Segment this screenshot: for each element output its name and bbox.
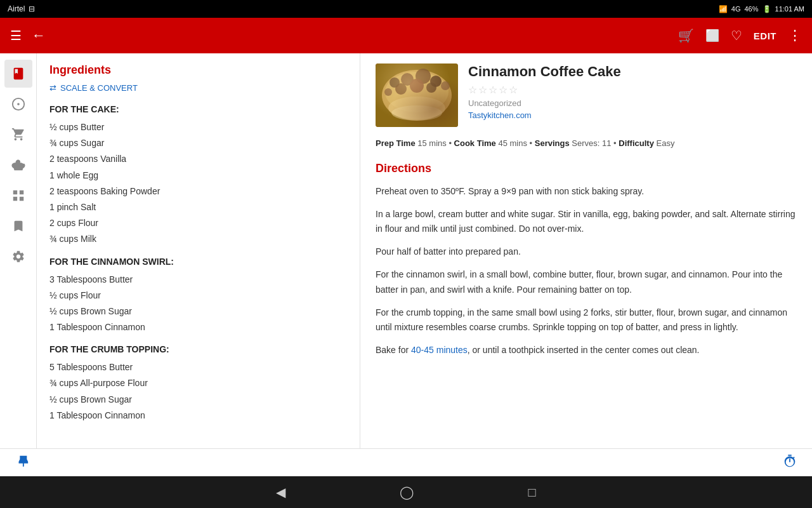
svg-point-15 [410,79,424,93]
basket-icon[interactable]: 🛒 [678,28,694,43]
svg-point-17 [384,88,392,96]
difficulty-label: Difficulty [619,138,654,148]
sidebar-item-grid[interactable] [4,182,32,210]
directions-step-1: Preheat oven to 350ºF. Spray a 9×9 pan w… [376,184,797,199]
directions-title: Directions [376,162,797,175]
cook-time-val: 45 mins [498,138,527,148]
signal-label: 4G [731,5,741,13]
directions-step-5: For the crumb topping, in the same small… [376,305,797,336]
ingredient-item: ¾ cups All-purpose Flour [49,375,347,391]
cook-time-label: Cook Time [454,138,496,148]
svg-point-1 [17,103,20,105]
recipe-header: Cinnamon Coffee Cake ☆☆☆☆☆ Uncategorized… [376,64,797,127]
scale-label: SCALE & CONVERT [60,83,138,93]
difficulty-val: Easy [657,138,675,148]
section-header: FOR THE CINNAMON SWIRL: [49,257,347,267]
servings-label: Servings [535,138,570,148]
svg-point-9 [390,77,400,88]
ingredient-item: 1 Tablespoon Cinnamon [49,319,347,335]
svg-rect-4 [13,197,16,201]
nav-bar: ◀ ◯ □ [0,476,812,508]
ingredient-item: 2 teaspoons Baking Powder [49,184,347,199]
ingredient-item: 3 Tablespoons Butter [49,272,347,288]
ingredient-item: ¾ cups Milk [49,231,347,247]
recipe-category: Uncategorized [468,98,797,108]
ingredient-item: ½ cups Flour [49,288,347,304]
directions-step-3: Pour half of batter into prepared pan. [376,244,797,260]
svg-point-18 [388,97,445,119]
recipe-info: Cinnamon Coffee Cake ☆☆☆☆☆ Uncategorized… [468,64,797,127]
recipe-title: Cinnamon Coffee Cake [468,64,797,80]
recipe-meta: Prep Time 15 mins • Cook Time 45 mins • … [376,137,797,150]
svg-point-10 [401,73,414,86]
more-icon[interactable]: ⋮ [788,27,802,44]
back-icon[interactable]: ← [32,27,46,44]
prep-time-label: Prep Time [376,138,416,148]
heart-icon[interactable]: ♡ [731,28,742,43]
ingredient-item: ½ cups Brown Sugar [49,392,347,408]
directions-step-4: For the cinnamon swirl, in a small bowl,… [376,267,797,298]
directions-step-6: Bake for 40-45 minutes, or until a tooth… [376,343,797,358]
svg-point-13 [441,81,450,90]
sidebar-item-compass[interactable] [4,90,32,118]
ingredient-item: 5 Tablespoons Butter [49,359,347,375]
nav-recent[interactable]: □ [528,485,535,500]
status-bar: Airtel ⊟ 📶 4G 46% 🔋 11:01 AM [0,0,812,18]
ingredient-item: 2 cups Flour [49,215,347,231]
sidebar-item-bookmark[interactable] [4,212,32,240]
svg-rect-3 [19,190,23,194]
directions-step-2: In a large bowl, cream butter and white … [376,207,797,237]
ingredient-item: ½ cups Butter [49,119,347,135]
ingredient-item: 2 teaspoons Vanilla [49,151,347,167]
svg-rect-2 [13,190,16,194]
svg-rect-5 [19,197,23,201]
carrier-label: Airtel [8,4,25,13]
ingredient-item: 1 pinch Salt [49,199,347,215]
toolbar-right: 🛒 ⬜ ♡ EDIT ⋮ [678,27,802,44]
svg-point-11 [416,69,431,84]
sidebar-item-book[interactable] [4,60,32,88]
sidebar-item-cart[interactable] [4,121,32,149]
scale-convert-button[interactable]: ⇄ SCALE & CONVERT [49,83,347,93]
recipe-source[interactable]: Tastykitchen.com [468,110,797,120]
bake-link[interactable]: 40-45 minutes [411,345,468,355]
menu-icon[interactable]: ☰ [10,28,22,43]
ingredient-item: ½ cups Brown Sugar [49,304,347,319]
recipe-image [376,64,458,127]
status-right: 📶 4G 46% 🔋 11:01 AM [719,5,804,13]
ingredients-title: Ingredients [49,64,347,77]
svg-point-14 [395,83,407,95]
ingredients-panel: Ingredients ⇄ SCALE & CONVERT FOR THE CA… [37,53,360,476]
ingredient-item: ¾ cups Sugar [49,135,347,151]
battery-label: 46% [744,5,758,13]
section-header: FOR THE CAKE: [49,104,347,114]
ingredients-list: FOR THE CAKE:½ cups Butter¾ cups Sugar2 … [49,104,347,424]
battery-icon: 🔋 [763,5,771,13]
ingredient-item: 1 Tablespoon Cinnamon [49,408,347,424]
ingredient-item: 1 whole Egg [49,168,347,184]
scale-icon: ⇄ [49,83,56,93]
sidebar [0,53,37,476]
main-container: Ingredients ⇄ SCALE & CONVERT FOR THE CA… [0,53,812,476]
bottom-toolbar [0,448,812,476]
servings-val: Serves: 11 [572,138,611,148]
bookmark-icon[interactable]: ⬜ [705,29,719,43]
sidebar-item-settings[interactable] [4,243,32,271]
sidebar-item-apple[interactable] [4,151,32,179]
svg-rect-6 [376,64,458,127]
prep-time: 15 mins [417,138,447,148]
pin-icon[interactable] [15,454,29,471]
recipe-panel: Cinnamon Coffee Cake ☆☆☆☆☆ Uncategorized… [360,53,812,476]
edit-button[interactable]: EDIT [754,30,776,41]
svg-point-19 [391,105,442,121]
time-label: 11:01 AM [775,5,804,13]
timer-icon[interactable] [783,454,797,471]
carrier-icon: ⊟ [29,4,35,13]
nav-back[interactable]: ◀ [276,485,285,500]
toolbar: ☰ ← 🛒 ⬜ ♡ EDIT ⋮ [0,18,812,53]
recipe-stars: ☆☆☆☆☆ [468,84,797,96]
nav-home[interactable]: ◯ [400,485,414,500]
status-left: Airtel ⊟ [8,4,35,13]
svg-point-7 [382,70,452,121]
svg-point-12 [430,76,442,87]
